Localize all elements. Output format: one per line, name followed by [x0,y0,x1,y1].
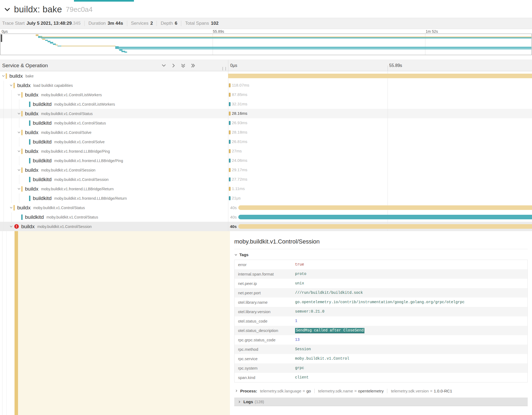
chevron-down-icon[interactable] [9,224,13,229]
chevron-down-icon[interactable] [17,93,21,97]
span-row[interactable]: buildkitdmoby.buildkit.v1.Control/Status… [0,118,532,128]
tree-indent-guides [1,156,24,165]
span-row[interactable]: buildxmoby.buildkit.v1.Control/Session29… [0,165,532,175]
operation-name: moby.buildkit.v1.Control/Session [37,224,92,229]
span-row[interactable]: buildxmoby.buildkit.v1.frontend.LLBBridg… [0,146,532,156]
span-bar [229,121,230,125]
span-row[interactable]: buildxbake [0,71,532,81]
tag-value: Session [293,345,528,354]
service-color-bar [29,139,30,145]
span-row[interactable]: buildxmoby.buildkit.v1.Control/Solve28.1… [0,128,532,137]
collapse-all-icon[interactable] [180,63,186,69]
process-attr-value: 1.0.0-RC1 [434,389,452,393]
operation-name: bake [26,74,34,78]
span-row[interactable]: buildkitdmoby.buildkit.v1.frontend.LLBBr… [0,156,532,165]
trace-info-label: Depth [161,21,173,26]
span-row[interactable]: buildxmoby.buildkit.v1.frontend.LLBBridg… [0,184,532,194]
span-rows-list: buildxbakebuildxload buildkit capabiliti… [0,71,532,231]
minimap-tick-label: 0μs [2,29,8,34]
chevron-down-icon [234,253,237,256]
span-bar [229,149,230,153]
column-resizer-grip[interactable] [222,67,226,70]
chevron-down-icon[interactable] [17,130,21,135]
span-row[interactable]: buildxmoby.buildkit.v1.Control/ListWorke… [0,90,532,99]
chevron-down-icon[interactable] [17,149,21,153]
chevron-down-icon[interactable] [17,168,21,172]
minimap-tick-label: 55.89s [213,29,224,34]
tag-row: rpc.servicemoby.buildkit.v1.Control [235,354,528,363]
span-time-cell: 26.93ms [228,118,532,128]
tag-value-text: client [295,375,308,380]
trace-info-value: 6 [175,21,177,26]
span-row[interactable]: buildkitdmoby.buildkit.v1.Control/Status… [0,212,532,222]
process-attribute: telemetry.sdk.language=go [260,389,311,393]
span-row[interactable]: buildxmoby.buildkit.v1.Control/Status28.… [0,109,532,118]
span-time-cell: 28.18ms [228,128,532,137]
service-operation-header-label: Service & Operation [2,63,48,69]
span-duration-label: 26.93ms [232,120,247,125]
span-time-cell: 1.11ms [228,184,532,194]
expand-all-icon[interactable] [190,63,196,69]
trace-info-label: Total Spans [185,21,209,26]
trace-info-value: 102 [211,21,218,26]
tag-value: semver:0.21.0 [293,307,528,316]
service-name: buildx [17,83,31,88]
span-bar [238,215,532,219]
chevron-down-icon[interactable] [1,74,5,78]
tag-value: ///run/buildkit/buildkitd.sock [293,288,528,298]
chevron-down-icon[interactable] [9,83,13,88]
span-bar [229,159,230,163]
service-color-bar [13,205,15,210]
time-tick-divider [388,66,388,71]
chevron-spacer [24,121,29,125]
timeline-minimap[interactable]: 0μs55.89s1m 52s [0,29,532,55]
process-section-toggle[interactable]: Process: telemetry.sdk.language=goteleme… [234,387,528,395]
span-time-cell: 26.81ms [228,137,532,146]
span-bar [238,205,532,210]
service-name: buildx [17,205,31,211]
span-row[interactable]: buildxmoby.buildkit.v1.Control/Status40s [0,203,532,212]
service-color-bar [21,214,23,220]
tag-value-text: ///run/buildkit/buildkitd.sock [295,291,363,295]
span-row[interactable]: buildkitdmoby.buildkit.v1.Control/Sessio… [0,175,532,184]
span-row[interactable]: buildkitdmoby.buildkit.v1.Control/Solve2… [0,137,532,146]
span-bar [229,83,230,87]
expand-one-icon[interactable] [171,63,176,69]
tag-key: otel.status_description [235,326,294,335]
span-duration-label: 87.85ms [232,92,247,97]
tags-section-toggle[interactable]: Tags [234,252,528,257]
chevron-spacer [24,140,29,144]
span-row[interactable]: buildxload buildkit capabilities118.07ms [0,81,532,90]
span-name-cell: buildxmoby.buildkit.v1.Control/Status [0,109,228,118]
tag-row: span.kindclient [235,373,528,382]
span-time-cell: 40s [228,203,532,212]
trace-info-item: Duration3m 44s [84,21,123,26]
minimap-tick-label: 1m 52s [425,29,438,34]
service-color-bar [21,130,23,135]
collapse-trace-chevron-icon[interactable] [4,6,11,13]
process-label: Process: [240,389,257,393]
span-name-cell: buildkitdmoby.buildkit.v1.Control/Status [0,212,228,222]
loading-indicator-strip [74,0,134,2]
span-row[interactable]: buildkitdmoby.buildkit.v1.Control/ListWo… [0,99,532,109]
chevron-down-icon[interactable] [17,112,21,116]
minimap-canvas[interactable] [0,34,532,55]
tag-value: 1 [293,316,528,326]
span-time-cell: 40s [228,222,532,231]
span-row[interactable]: !buildxmoby.buildkit.v1.Control/Session4… [0,222,532,231]
logs-label: Logs [243,399,253,404]
service-name: buildx [25,186,38,192]
span-time-cell: 32.31ms [228,99,532,109]
tree-indent-guides [1,137,24,146]
chevron-down-icon[interactable] [9,206,13,210]
tag-value: 13 [293,335,528,345]
service-name: buildkitd [33,120,52,126]
logs-section-toggle[interactable]: Logs (128) [234,398,528,406]
tag-key: span.kind [235,373,294,382]
collapse-one-icon[interactable] [161,63,167,69]
tag-value: client [293,373,528,382]
span-time-cell [228,71,532,81]
operation-name: moby.buildkit.v1.frontend.LLBBridge/Retu… [54,196,127,201]
span-row[interactable]: buildkitdmoby.buildkit.v1.frontend.LLBBr… [0,194,532,203]
chevron-down-icon[interactable] [17,187,21,191]
